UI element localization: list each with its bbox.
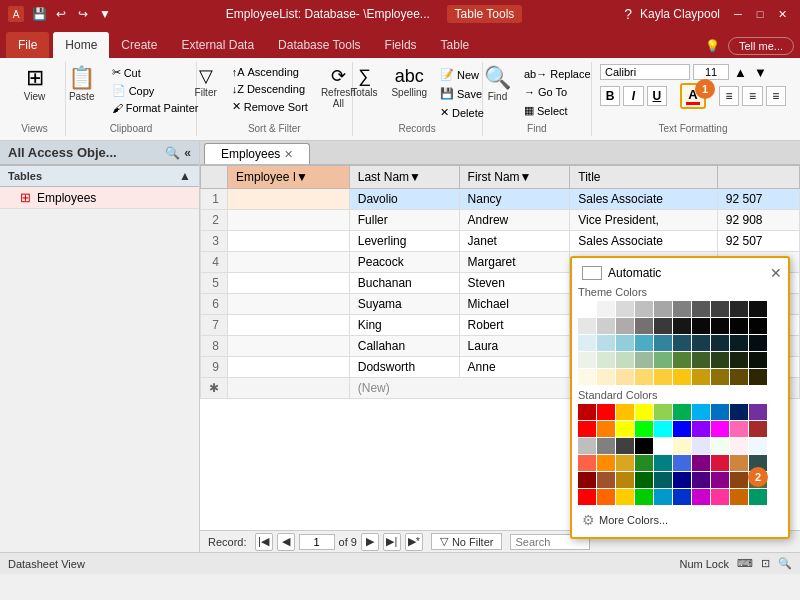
col-first-name[interactable]: First Nam▼ bbox=[459, 166, 570, 189]
standard-color-swatch[interactable] bbox=[673, 455, 691, 471]
theme-color-swatch[interactable] bbox=[597, 335, 615, 351]
theme-color-swatch[interactable] bbox=[711, 301, 729, 317]
standard-color-swatch[interactable] bbox=[749, 421, 767, 437]
nav-collapse-btn[interactable]: « bbox=[184, 146, 191, 160]
standard-color-swatch[interactable] bbox=[635, 438, 653, 454]
quick-access-dropdown[interactable]: ▼ bbox=[96, 7, 114, 21]
standard-color-swatch[interactable] bbox=[749, 489, 767, 505]
last-name-cell[interactable]: Fuller bbox=[349, 210, 459, 231]
theme-color-swatch[interactable] bbox=[635, 352, 653, 368]
spelling-button[interactable]: abc Spelling bbox=[386, 64, 432, 101]
tab-external-data[interactable]: External Data bbox=[169, 32, 266, 58]
color-auto-option[interactable]: Automatic bbox=[578, 264, 665, 282]
theme-color-swatch[interactable] bbox=[635, 301, 653, 317]
standard-color-swatch[interactable] bbox=[578, 421, 596, 437]
goto-button[interactable]: → Go To bbox=[520, 84, 595, 100]
standard-color-swatch[interactable] bbox=[635, 421, 653, 437]
theme-color-swatch[interactable] bbox=[616, 352, 634, 368]
standard-color-swatch[interactable] bbox=[616, 421, 634, 437]
theme-color-swatch[interactable] bbox=[711, 369, 729, 385]
tab-employees[interactable]: Employees ✕ bbox=[204, 143, 310, 164]
standard-color-swatch[interactable] bbox=[749, 438, 767, 454]
theme-color-swatch[interactable] bbox=[749, 369, 767, 385]
save-quick-btn[interactable]: 💾 bbox=[30, 7, 48, 21]
theme-color-swatch[interactable] bbox=[616, 318, 634, 334]
standard-color-swatch[interactable] bbox=[673, 438, 691, 454]
first-name-cell[interactable]: Robert bbox=[459, 315, 570, 336]
bold-button[interactable]: B bbox=[600, 86, 620, 106]
theme-color-swatch[interactable] bbox=[578, 352, 596, 368]
theme-color-swatch[interactable] bbox=[673, 318, 691, 334]
find-button[interactable]: 🔍 Find bbox=[479, 64, 516, 105]
theme-color-swatch[interactable] bbox=[730, 369, 748, 385]
last-name-cell[interactable]: Peacock bbox=[349, 252, 459, 273]
align-right-button[interactable]: ≡ bbox=[766, 86, 786, 106]
first-name-cell[interactable]: Margaret bbox=[459, 252, 570, 273]
standard-color-swatch[interactable] bbox=[711, 421, 729, 437]
table-row[interactable]: 3 Leverling Janet Sales Associate 92 507 bbox=[201, 231, 800, 252]
standard-color-swatch[interactable] bbox=[616, 438, 634, 454]
last-name-cell[interactable]: Davolio bbox=[349, 189, 459, 210]
totals-button[interactable]: ∑ Totals bbox=[346, 64, 382, 101]
standard-color-swatch[interactable] bbox=[616, 455, 634, 471]
first-name-cell[interactable]: Laura bbox=[459, 336, 570, 357]
theme-color-swatch[interactable] bbox=[597, 352, 615, 368]
standard-color-swatch[interactable] bbox=[616, 404, 634, 420]
nav-search-icon[interactable]: 🔍 bbox=[165, 146, 180, 160]
theme-color-swatch[interactable] bbox=[692, 369, 710, 385]
tell-me-input[interactable]: Tell me... bbox=[728, 37, 794, 55]
standard-color-swatch[interactable] bbox=[654, 404, 672, 420]
standard-color-swatch[interactable] bbox=[692, 421, 710, 437]
nav-section-tables[interactable]: Tables ▲ bbox=[0, 165, 199, 187]
employee-id-cell[interactable] bbox=[228, 336, 350, 357]
employee-id-cell[interactable] bbox=[228, 210, 350, 231]
theme-color-swatch[interactable] bbox=[673, 335, 691, 351]
standard-color-swatch[interactable] bbox=[597, 438, 615, 454]
theme-color-swatch[interactable] bbox=[597, 301, 615, 317]
first-name-cell[interactable]: Nancy bbox=[459, 189, 570, 210]
minimize-button[interactable]: ─ bbox=[728, 4, 748, 24]
first-record-btn[interactable]: |◀ bbox=[255, 533, 273, 551]
undo-quick-btn[interactable]: ↩ bbox=[52, 7, 70, 21]
theme-color-swatch[interactable] bbox=[597, 369, 615, 385]
theme-color-swatch[interactable] bbox=[597, 318, 615, 334]
standard-color-swatch[interactable] bbox=[692, 438, 710, 454]
title-cell[interactable]: Sales Associate bbox=[570, 231, 718, 252]
standard-color-swatch[interactable] bbox=[730, 421, 748, 437]
last-record-btn[interactable]: ▶| bbox=[383, 533, 401, 551]
ascending-button[interactable]: ↑A Ascending bbox=[228, 64, 312, 80]
help-button[interactable]: ? bbox=[624, 6, 632, 22]
close-button[interactable]: ✕ bbox=[772, 4, 792, 24]
standard-color-swatch[interactable] bbox=[578, 472, 596, 488]
col-last-name[interactable]: Last Nam▼ bbox=[349, 166, 459, 189]
theme-color-swatch[interactable] bbox=[730, 352, 748, 368]
standard-color-swatch[interactable] bbox=[711, 404, 729, 420]
standard-color-swatch[interactable] bbox=[616, 489, 634, 505]
standard-color-swatch[interactable] bbox=[654, 472, 672, 488]
tab-close-button[interactable]: ✕ bbox=[284, 148, 293, 161]
tab-home[interactable]: Home bbox=[53, 32, 109, 58]
employee-id-cell[interactable] bbox=[228, 252, 350, 273]
first-name-cell[interactable]: Anne bbox=[459, 357, 570, 378]
theme-color-swatch[interactable] bbox=[654, 352, 672, 368]
tab-database-tools[interactable]: Database Tools bbox=[266, 32, 373, 58]
standard-color-swatch[interactable] bbox=[597, 421, 615, 437]
last-name-cell[interactable]: Buchanan bbox=[349, 273, 459, 294]
replace-button[interactable]: ab→ Replace bbox=[520, 66, 595, 82]
standard-color-swatch[interactable] bbox=[654, 489, 672, 505]
standard-color-swatch[interactable] bbox=[692, 404, 710, 420]
employee-id-cell[interactable] bbox=[228, 357, 350, 378]
employee-id-cell[interactable] bbox=[228, 189, 350, 210]
standard-color-swatch[interactable] bbox=[597, 489, 615, 505]
standard-color-swatch[interactable] bbox=[654, 421, 672, 437]
theme-color-swatch[interactable] bbox=[673, 352, 691, 368]
col-extra[interactable] bbox=[717, 166, 799, 189]
standard-color-swatch[interactable] bbox=[578, 489, 596, 505]
next-record-btn[interactable]: ▶ bbox=[361, 533, 379, 551]
theme-color-swatch[interactable] bbox=[616, 301, 634, 317]
standard-color-swatch[interactable] bbox=[673, 489, 691, 505]
last-name-cell[interactable]: Suyama bbox=[349, 294, 459, 315]
standard-color-swatch[interactable] bbox=[597, 472, 615, 488]
standard-color-swatch[interactable] bbox=[692, 472, 710, 488]
view-button[interactable]: ⊞ View bbox=[17, 64, 53, 105]
